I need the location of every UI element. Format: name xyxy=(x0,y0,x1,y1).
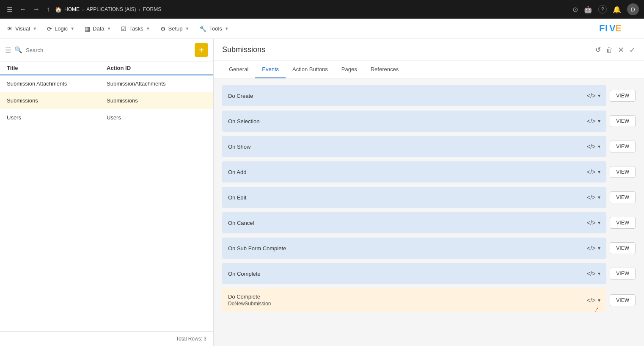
chevron-down-icon[interactable]: ▾ xyxy=(598,169,600,175)
event-label-group-do-complete: Do Complete DoNewSubmission xyxy=(228,293,271,307)
tab-general[interactable]: General xyxy=(222,61,255,78)
event-row-on-complete: On Complete </> ▾ VIEW xyxy=(222,263,636,284)
second-nav: 👁 Visual ▼ ⟳ Logic ▼ ▦ Data ▼ ☑ Tasks ▼ … xyxy=(0,19,644,39)
setup-chevron-icon: ▼ xyxy=(185,26,190,31)
history-button[interactable]: ↺ xyxy=(595,46,601,54)
sep1: › xyxy=(82,6,84,13)
view-button-on-cancel[interactable]: VIEW xyxy=(610,217,636,229)
help-icon[interactable]: ? xyxy=(598,5,607,14)
tab-events[interactable]: Events xyxy=(255,61,286,78)
view-button-on-sub-form-complete[interactable]: VIEW xyxy=(610,242,636,254)
chevron-down-icon[interactable]: ▾ xyxy=(598,118,600,124)
tab-action-buttons[interactable]: Action Buttons xyxy=(286,61,335,78)
code-icon[interactable]: </> xyxy=(587,194,595,201)
bot-icon[interactable]: 🤖 xyxy=(584,6,592,14)
list-item[interactable]: Submissions Submissions xyxy=(0,92,213,109)
red-arrow-indicator: ↑ xyxy=(593,304,601,314)
event-label-do-complete: Do Complete xyxy=(228,293,271,300)
chevron-down-icon[interactable]: ▾ xyxy=(598,93,600,99)
view-button-on-edit[interactable]: VIEW xyxy=(610,191,636,203)
nav-data[interactable]: ▦ Data ▼ xyxy=(85,24,111,34)
chevron-down-icon[interactable]: ▾ xyxy=(598,297,600,303)
user-avatar[interactable]: D xyxy=(627,3,639,15)
menu-icon[interactable]: ☰ xyxy=(5,4,14,15)
nav-tasks[interactable]: ☑ Tasks ▼ xyxy=(121,24,150,34)
event-controls-on-sub-form-complete: </> ▾ xyxy=(587,245,600,252)
event-row-do-complete: Do Complete DoNewSubmission </> ▾ ↑ VIEW xyxy=(222,288,636,312)
nav-setup-label: Setup xyxy=(168,25,183,32)
code-icon[interactable]: </> xyxy=(587,169,595,175)
delete-button[interactable]: 🗑 xyxy=(606,46,613,54)
code-icon[interactable]: </> xyxy=(587,118,595,125)
notification-icon[interactable]: 🔔 xyxy=(613,6,621,14)
event-box-do-create: Do Create </> ▾ xyxy=(222,85,606,106)
chevron-down-icon[interactable]: ▾ xyxy=(598,194,600,200)
tab-references[interactable]: References xyxy=(364,61,405,78)
tab-pages[interactable]: Pages xyxy=(335,61,364,78)
code-icon[interactable]: </> xyxy=(587,297,595,304)
event-label-on-cancel: On Cancel xyxy=(228,220,254,226)
breadcrumb-home[interactable]: HOME xyxy=(64,6,80,12)
sidebar-menu-icon[interactable]: ☰ xyxy=(5,46,11,54)
list-item[interactable]: Submission Attachments SubmissionAttachm… xyxy=(0,75,213,92)
row-title-1: Submissions xyxy=(7,97,107,104)
breadcrumb-app[interactable]: APPLICATIONS (AIS) xyxy=(86,6,136,12)
sidebar: ☰ 🔍 + Title Action ID Submission Attachm… xyxy=(0,39,214,346)
code-icon[interactable]: </> xyxy=(587,219,595,226)
event-box-on-complete: On Complete </> ▾ xyxy=(222,263,606,284)
breadcrumb-current[interactable]: FORMS xyxy=(143,6,161,12)
event-label-on-complete: On Complete xyxy=(228,271,261,277)
tools-icon: 🔧 xyxy=(199,25,206,32)
chevron-down-icon[interactable]: ▾ xyxy=(598,245,600,251)
home-icon: 🏠 xyxy=(55,6,62,13)
nav-tools[interactable]: 🔧 Tools ▼ xyxy=(199,24,228,34)
event-controls-do-complete: </> ▾ ↑ xyxy=(587,297,600,304)
event-row-on-cancel: On Cancel </> ▾ VIEW xyxy=(222,212,636,233)
sidebar-footer: Total Rows: 3 xyxy=(0,331,213,346)
add-button[interactable]: + xyxy=(195,43,208,57)
code-icon[interactable]: </> xyxy=(587,270,595,277)
nav-setup[interactable]: ⚙ Setup ▼ xyxy=(160,24,190,34)
code-icon[interactable]: </> xyxy=(587,143,595,150)
visual-icon: 👁 xyxy=(7,25,13,32)
main-layout: ☰ 🔍 + Title Action ID Submission Attachm… xyxy=(0,39,644,346)
chevron-down-icon[interactable]: ▾ xyxy=(598,220,600,226)
event-sublabel-do-complete: DoNewSubmission xyxy=(228,301,271,307)
content-header: Submissions ↺ 🗑 ✕ ✓ xyxy=(214,39,644,61)
up-icon[interactable]: ↑ xyxy=(45,4,52,15)
chevron-down-icon[interactable]: ▾ xyxy=(598,271,600,277)
page-title: Submissions xyxy=(222,45,265,54)
close-button[interactable]: ✕ xyxy=(618,45,624,55)
event-row-do-create: Do Create </> ▾ VIEW xyxy=(222,85,636,106)
search-icon[interactable]: ⊙ xyxy=(572,6,578,14)
top-nav: ☰ ← → ↑ 🏠 HOME › APPLICATIONS (AIS) › FO… xyxy=(0,0,644,19)
forward-icon[interactable]: → xyxy=(31,4,41,15)
view-button-on-add[interactable]: VIEW xyxy=(610,166,636,178)
col-title-header: Title xyxy=(7,65,107,71)
back-icon[interactable]: ← xyxy=(18,4,28,15)
sep2: › xyxy=(138,6,140,13)
view-button-do-complete[interactable]: VIEW xyxy=(610,294,636,306)
view-button-on-complete[interactable]: VIEW xyxy=(610,268,636,280)
visual-chevron-icon: ▼ xyxy=(33,26,37,31)
code-icon[interactable]: </> xyxy=(587,92,595,99)
sidebar-rows: Submission Attachments SubmissionAttachm… xyxy=(0,75,213,331)
list-item[interactable]: Users Users xyxy=(0,109,213,126)
event-box-on-add: On Add </> ▾ xyxy=(222,161,606,183)
nav-visual[interactable]: 👁 Visual ▼ xyxy=(7,24,37,34)
view-button-do-create[interactable]: VIEW xyxy=(610,90,636,102)
search-input[interactable] xyxy=(26,47,191,53)
search-icon: 🔍 xyxy=(14,46,22,54)
svg-text:I: I xyxy=(605,23,608,33)
event-row-on-selection: On Selection </> ▾ VIEW xyxy=(222,111,636,132)
view-button-on-show[interactable]: VIEW xyxy=(610,141,636,152)
code-icon[interactable]: </> xyxy=(587,245,595,252)
event-box-on-show: On Show </> ▾ xyxy=(222,136,606,157)
nav-logic[interactable]: ⟳ Logic ▼ xyxy=(47,24,74,34)
event-controls-on-cancel: </> ▾ xyxy=(587,219,600,226)
chevron-down-icon[interactable]: ▾ xyxy=(598,144,600,149)
save-button[interactable]: ✓ xyxy=(629,45,636,55)
event-row-on-show: On Show </> ▾ VIEW xyxy=(222,136,636,157)
view-button-on-selection[interactable]: VIEW xyxy=(610,115,636,127)
event-box-do-complete: Do Complete DoNewSubmission </> ▾ ↑ xyxy=(222,288,606,312)
